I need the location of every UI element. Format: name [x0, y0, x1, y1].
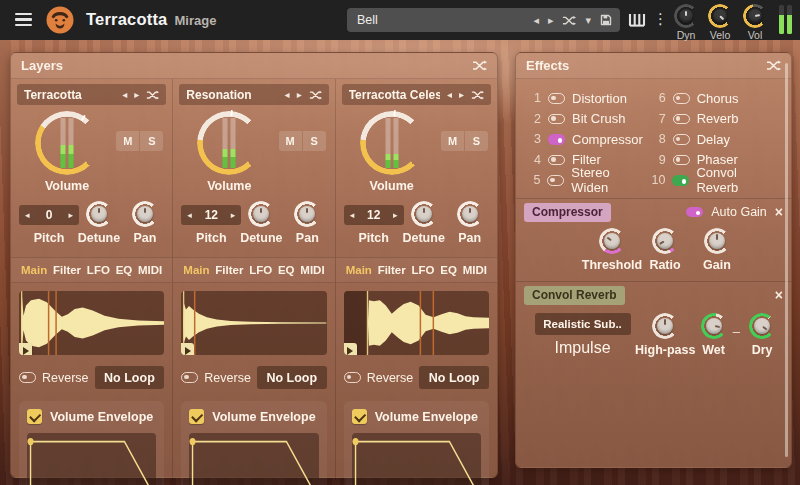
layer2-tab-main[interactable]: Main	[183, 264, 209, 276]
layer1-mute-button[interactable]: M	[116, 131, 139, 151]
layer1-solo-button[interactable]: S	[140, 131, 163, 151]
effects-scrollbar[interactable]	[785, 63, 789, 457]
layer1-envelope-display[interactable]	[27, 433, 156, 485]
convol-reverb-close-icon[interactable]: ×	[775, 288, 783, 302]
layer1-pitch-up-icon[interactable]: ▸	[68, 211, 73, 220]
layer1-next-icon[interactable]: ▸	[134, 90, 139, 100]
preset-next-icon[interactable]: ▸	[548, 15, 554, 26]
auto-gain-toggle[interactable]	[686, 207, 703, 218]
fx-toggle-stereo-widen[interactable]	[547, 175, 564, 186]
fx-toggle-compressor[interactable]	[548, 134, 565, 145]
layer3-waveform-display[interactable]	[344, 291, 489, 355]
layer2-tab-lfo[interactable]: LFO	[249, 264, 272, 276]
layer1-tab-lfo[interactable]: LFO	[87, 264, 110, 276]
preset-prev-icon[interactable]: ◂	[533, 15, 539, 26]
layer1-play-button[interactable]	[19, 343, 32, 355]
vol-knob[interactable]	[743, 4, 767, 28]
layer3-pitch-stepper[interactable]: ◂ 12 ▸	[344, 205, 404, 225]
fx-slot-convol-reverb[interactable]: 10Convol Reverb	[651, 165, 781, 195]
wet-knob[interactable]	[701, 313, 727, 339]
layer1-tab-filter[interactable]: Filter	[53, 264, 81, 276]
fx-slot-distortion[interactable]: 1Distortion	[526, 91, 647, 106]
layer2-tab-midi[interactable]: MIDI	[300, 264, 324, 276]
layer2-envelope-display[interactable]	[189, 433, 318, 485]
layer1-pitch-down-icon[interactable]: ◂	[25, 211, 30, 220]
layer2-next-icon[interactable]: ▸	[297, 90, 302, 100]
threshold-knob[interactable]	[599, 228, 625, 254]
gain-knob[interactable]	[704, 228, 730, 254]
velo-knob[interactable]	[708, 4, 732, 28]
layer3-solo-button[interactable]: S	[465, 131, 488, 151]
effects-shuffle-icon[interactable]	[766, 60, 781, 71]
fx-toggle-convol-reverb[interactable]	[672, 175, 689, 186]
kebab-menu-icon[interactable]: ⋮	[653, 11, 668, 28]
layer1-tab-eq[interactable]: EQ	[116, 264, 133, 276]
layer1-loop-mode-dropdown[interactable]: No Loop	[95, 366, 165, 389]
layer2-solo-button[interactable]: S	[303, 131, 326, 151]
preset-caret-down-icon[interactable]: ▾	[585, 15, 591, 26]
hamburger-menu-icon[interactable]	[15, 13, 32, 26]
fx-slot-compressor[interactable]: 3Compressor	[526, 132, 647, 147]
layer2-tab-filter[interactable]: Filter	[215, 264, 243, 276]
layer2-envelope-checkbox[interactable]	[189, 409, 204, 424]
keyboard-icon[interactable]	[628, 13, 646, 27]
layer1-shuffle-icon[interactable]	[146, 90, 159, 100]
layer3-pitch-up-icon[interactable]: ▸	[393, 211, 398, 220]
layer3-loop-mode-dropdown[interactable]: No Loop	[419, 366, 489, 389]
layer2-header[interactable]: Resonation ◂ ▸	[179, 84, 328, 105]
layer2-pan-knob[interactable]	[294, 201, 320, 227]
layer3-envelope-display[interactable]	[352, 433, 481, 485]
impulse-dropdown[interactable]: Realistic Sub..	[535, 313, 631, 335]
layer2-shuffle-icon[interactable]	[309, 90, 322, 100]
dry-knob[interactable]	[749, 313, 775, 339]
high-pass-knob[interactable]	[652, 313, 678, 339]
preset-selector[interactable]: Bell ◂ ▸ ▾	[347, 8, 620, 32]
layer2-waveform-display[interactable]	[181, 291, 326, 355]
layer1-volume-knob[interactable]	[35, 111, 99, 175]
layer3-tab-eq[interactable]: EQ	[440, 264, 457, 276]
layer2-reverse-toggle[interactable]	[181, 372, 198, 383]
fx-toggle-chorus[interactable]	[673, 93, 690, 104]
layer2-prev-icon[interactable]: ◂	[285, 90, 290, 100]
layer3-tab-lfo[interactable]: LFO	[412, 264, 435, 276]
fx-slot-delay[interactable]: 8Delay	[651, 132, 781, 147]
layer2-tab-eq[interactable]: EQ	[278, 264, 295, 276]
dyn-knob[interactable]	[674, 4, 698, 28]
layer1-detune-knob[interactable]	[86, 201, 112, 227]
layer2-pitch-up-icon[interactable]: ▸	[231, 211, 236, 220]
preset-shuffle-icon[interactable]	[562, 15, 576, 26]
fx-toggle-bit-crush[interactable]	[548, 114, 565, 125]
preset-save-icon[interactable]	[600, 14, 612, 26]
fx-toggle-filter[interactable]	[548, 155, 565, 166]
layer1-envelope-checkbox[interactable]	[27, 409, 42, 424]
fx-slot-reverb[interactable]: 7Reverb	[651, 111, 781, 126]
fx-slot-bit-crush[interactable]: 2Bit Crush	[526, 111, 647, 126]
layer3-tab-filter[interactable]: Filter	[378, 264, 406, 276]
fx-toggle-phaser[interactable]	[673, 155, 690, 166]
layer1-prev-icon[interactable]: ◂	[122, 90, 127, 100]
fx-toggle-delay[interactable]	[673, 134, 690, 145]
layer3-mute-button[interactable]: M	[441, 131, 464, 151]
layer3-detune-knob[interactable]	[411, 201, 437, 227]
layer3-tab-main[interactable]: Main	[346, 264, 372, 276]
layer1-waveform-display[interactable]	[19, 291, 164, 355]
fx-slot-stereo-widen[interactable]: 5Stereo Widen	[526, 165, 647, 195]
layer3-envelope-checkbox[interactable]	[352, 409, 367, 424]
layer2-mute-button[interactable]: M	[279, 131, 302, 151]
layer3-volume-knob[interactable]	[360, 111, 424, 175]
layer2-pitch-down-icon[interactable]: ◂	[187, 211, 192, 220]
layer1-pitch-stepper[interactable]: ◂ 0 ▸	[19, 205, 79, 225]
layer3-shuffle-icon[interactable]	[471, 90, 484, 100]
layer1-tab-midi[interactable]: MIDI	[138, 264, 162, 276]
layer1-pan-knob[interactable]	[132, 201, 158, 227]
layer3-play-button[interactable]	[344, 343, 357, 355]
layers-shuffle-icon[interactable]	[472, 60, 487, 71]
layer2-detune-knob[interactable]	[248, 201, 274, 227]
fx-toggle-distortion[interactable]	[548, 93, 565, 104]
layer3-pan-knob[interactable]	[457, 201, 483, 227]
layer1-tab-main[interactable]: Main	[21, 264, 47, 276]
layer2-loop-mode-dropdown[interactable]: No Loop	[257, 366, 327, 389]
fx-toggle-reverb[interactable]	[673, 114, 690, 125]
layer3-pitch-down-icon[interactable]: ◂	[350, 211, 355, 220]
layer1-reverse-toggle[interactable]	[19, 372, 36, 383]
